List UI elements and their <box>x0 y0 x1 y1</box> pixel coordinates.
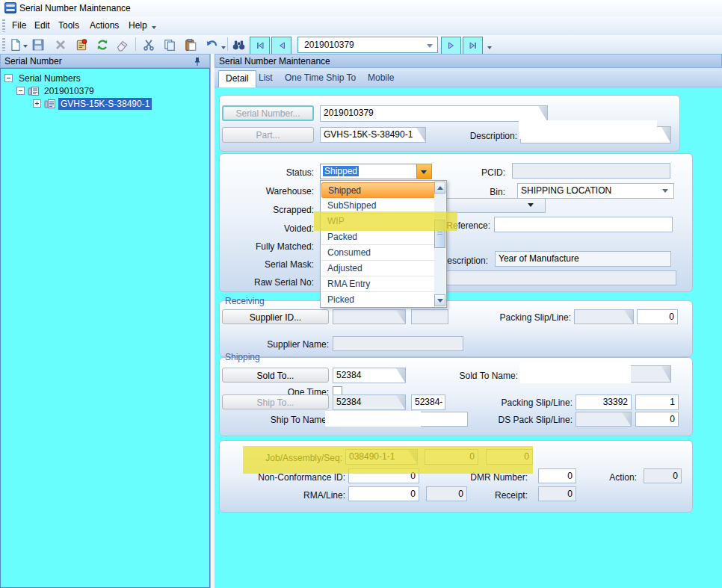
sold-to-button[interactable]: Sold To... <box>222 368 329 383</box>
receiving-packing-line-field[interactable]: 0 <box>637 309 678 324</box>
pcid-field[interactable] <box>512 163 670 179</box>
bin-combo-arrow-icon[interactable] <box>662 189 668 193</box>
tree-node-part[interactable]: GVHS-15K-S-38490-1 <box>33 97 152 110</box>
scroll-thumb[interactable] <box>434 220 445 248</box>
ncr-field[interactable]: 0 <box>348 468 419 483</box>
record-combo-arrow-icon[interactable] <box>427 44 433 48</box>
nav-last-button[interactable] <box>463 37 483 55</box>
menu-actions[interactable]: Actions <box>87 19 122 31</box>
bin-combo[interactable]: SHIPPING LOCATION <box>517 183 674 199</box>
status-combo-arrow-icon[interactable] <box>416 164 431 179</box>
job-assembly-field[interactable]: 0 <box>425 449 478 465</box>
ds-pack-line-field[interactable]: 0 <box>635 412 679 427</box>
nav-overflow-icon[interactable] <box>487 46 492 49</box>
audit-button[interactable] <box>73 37 90 52</box>
toolbar-separator <box>135 37 136 51</box>
dmr-label: DMR Number: <box>453 472 528 483</box>
delete-x-icon <box>55 39 67 51</box>
undo-button[interactable] <box>203 37 220 52</box>
tab-mobile[interactable]: Mobile <box>361 70 401 87</box>
part-button[interactable]: Part... <box>222 127 314 143</box>
scrapped-combo-arrow-icon[interactable] <box>528 203 534 207</box>
dropdown-scrollbar[interactable] <box>434 182 445 306</box>
new-button[interactable] <box>7 37 24 52</box>
delete-button[interactable] <box>52 37 69 52</box>
dropdown-item-picked[interactable]: Picked <box>321 292 436 308</box>
tab-detail[interactable]: Detail <box>218 70 256 87</box>
prev-record-icon <box>277 41 286 50</box>
menu-help[interactable]: Help <box>126 19 150 31</box>
expand-icon[interactable] <box>33 99 41 108</box>
tree-root-label[interactable]: Serial Numbers <box>16 72 83 84</box>
toolbar-overflow-icon[interactable] <box>221 46 226 49</box>
receiving-packing-slip-field[interactable] <box>574 309 634 324</box>
ds-pack-slip-field[interactable] <box>576 412 632 427</box>
find-button[interactable] <box>230 37 247 52</box>
scroll-up-icon[interactable] <box>434 182 445 194</box>
tree-node-serial[interactable]: 2019010379 <box>16 84 96 97</box>
nav-next-button[interactable] <box>441 37 461 55</box>
redaction-overlay-ship-to <box>325 411 421 427</box>
menu-grip[interactable] <box>2 19 5 32</box>
tab-one-time[interactable]: One Time Ship To <box>278 70 362 87</box>
ship-to-addr-field[interactable]: 52384- <box>411 394 445 410</box>
menu-edit[interactable]: Edit <box>31 19 53 31</box>
refresh-button[interactable] <box>94 37 111 52</box>
dropdown-item-consumed[interactable]: Consumed <box>321 245 436 261</box>
supplier-id-button[interactable]: Supplier ID... <box>222 309 329 324</box>
tree-node-root[interactable]: Serial Numbers <box>4 72 83 84</box>
shipping-packing-slip-label: Packing Slip/Line: <box>483 397 573 408</box>
dropdown-item-wip[interactable]: WIP <box>321 214 436 229</box>
menu-file[interactable]: File <box>9 19 29 31</box>
job-seq-field[interactable]: 0 <box>486 449 533 465</box>
supplier-line-field[interactable] <box>411 309 448 324</box>
record-combo[interactable]: 2019010379 <box>297 37 438 53</box>
collapse-icon[interactable] <box>4 74 13 82</box>
dropdown-item-subshipped[interactable]: SubShipped <box>321 198 436 214</box>
scissors-icon <box>142 38 155 52</box>
ym-description-field[interactable]: Year of Manufacture <box>495 251 671 267</box>
nav-prev-button[interactable] <box>271 37 291 55</box>
collapse-icon[interactable] <box>16 87 25 95</box>
menu-overflow-icon[interactable] <box>152 26 156 29</box>
scroll-down-icon[interactable] <box>434 294 445 306</box>
clear-button[interactable] <box>114 37 130 52</box>
copy-button[interactable] <box>161 37 178 52</box>
save-button[interactable] <box>30 37 46 52</box>
pin-icon[interactable] <box>193 57 202 66</box>
tab-list[interactable]: List <box>252 70 280 87</box>
voided-label: Voided: <box>194 223 314 234</box>
action-field[interactable]: 0 <box>644 468 682 483</box>
refresh-icon <box>96 38 109 52</box>
sold-to-field[interactable]: 52384 <box>333 368 406 383</box>
shipping-packing-slip-field[interactable]: 33392 <box>576 394 632 410</box>
supplier-name-field[interactable] <box>333 336 463 351</box>
reference-field[interactable] <box>494 217 673 232</box>
paste-button[interactable] <box>182 37 199 52</box>
dropdown-item-packed[interactable]: Packed <box>321 229 436 245</box>
tree-serial-label[interactable]: 2019010379 <box>42 85 96 97</box>
menu-tools[interactable]: Tools <box>55 19 82 31</box>
tree-part-label[interactable]: GVHS-15K-S-38490-1 <box>58 98 152 110</box>
rma-field[interactable]: 0 <box>348 486 419 501</box>
shipping-packing-line-field[interactable]: 1 <box>635 394 679 410</box>
nav-first-button[interactable] <box>250 37 270 55</box>
dropdown-item-shipped[interactable]: Shipped <box>321 182 436 198</box>
serial-number-button[interactable]: Serial Number... <box>222 105 314 121</box>
receipt-field[interactable]: 0 <box>538 486 576 501</box>
job-field[interactable]: 038490-1-1 <box>345 449 418 465</box>
raw-serial-field[interactable] <box>422 270 676 285</box>
cut-button[interactable] <box>141 37 157 52</box>
raw-serial-label: Raw Serial No: <box>194 277 314 288</box>
ship-to-field[interactable]: 52384 <box>333 394 406 410</box>
ship-to-button[interactable]: Ship To... <box>222 394 329 409</box>
new-dropdown-icon[interactable] <box>23 45 28 48</box>
dropdown-item-adjusted[interactable]: Adjusted <box>321 261 436 276</box>
dmr-field[interactable]: 0 <box>538 468 576 483</box>
part-field[interactable]: GVHS-15K-S-38490-1 <box>320 127 426 143</box>
status-combo[interactable]: Shipped <box>320 164 432 179</box>
toolbar-grip[interactable] <box>2 38 5 51</box>
dropdown-item-rma-entry[interactable]: RMA Entry <box>321 276 436 292</box>
serial-number-field[interactable]: 2019010379 <box>320 105 548 122</box>
supplier-id-field[interactable] <box>333 309 406 324</box>
